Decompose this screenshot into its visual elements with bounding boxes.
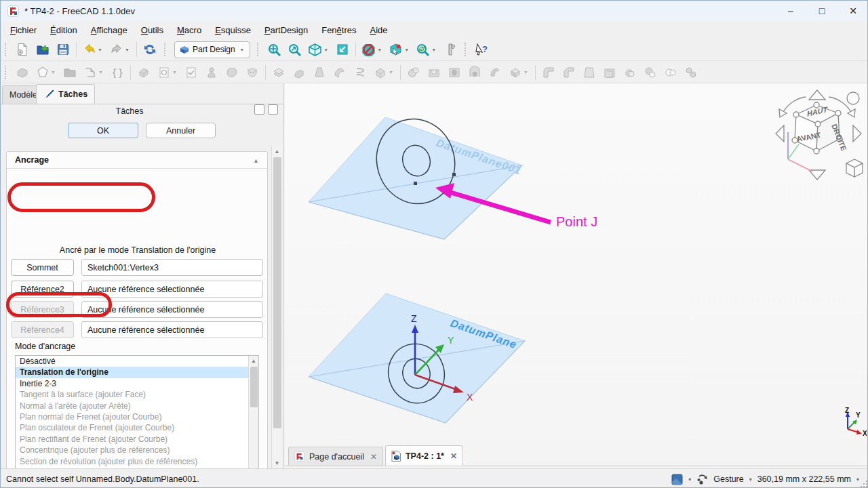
panel-dock-icon[interactable] <box>254 104 264 115</box>
navcube-arrow-left[interactable] <box>776 125 784 142</box>
reference1-field[interactable]: Sketch001:Vertex3 <box>81 259 263 276</box>
sync-view-button[interactable]: ▾ <box>413 40 440 59</box>
reference4-button: Référence4 <box>11 321 74 338</box>
close-button[interactable]: ✕ <box>837 1 868 21</box>
boolean-intersect-button <box>660 63 681 82</box>
zoom-fit-button[interactable] <box>264 40 285 59</box>
menu-fenetres[interactable]: Fenêtres <box>315 22 363 38</box>
additive-loft-button <box>309 63 330 82</box>
mode-list-scrollbar[interactable]: ▲ ▼ <box>248 356 258 468</box>
workbench-dropdown[interactable]: ▾ <box>239 47 245 53</box>
align-view-button[interactable] <box>332 40 353 59</box>
clipping-plane-button[interactable]: ▾ <box>386 40 413 59</box>
refresh-button[interactable] <box>140 40 160 59</box>
resize-grip[interactable] <box>861 481 867 487</box>
menu-affichage[interactable]: Affichage <box>84 22 134 38</box>
navcube-rotate-ccw-icon[interactable] <box>783 97 806 113</box>
navcube-circle-control[interactable] <box>847 92 859 104</box>
menu-aide[interactable]: Aide <box>363 22 395 38</box>
align-view-icon <box>336 43 349 56</box>
mode-item[interactable]: Inertie 2-3 <box>16 378 258 389</box>
refresh-icon <box>143 43 157 56</box>
svg-text:{ }: { } <box>113 67 123 78</box>
sketch-edge-point[interactable] <box>452 173 456 176</box>
redo-button[interactable]: ▾ <box>106 40 134 59</box>
chamfer-button <box>559 63 579 82</box>
zoom-selection-button[interactable] <box>285 40 305 59</box>
subtractive-loft-button <box>465 63 485 82</box>
stop-dropdown[interactable]: ▾ <box>376 47 383 53</box>
mode-item[interactable]: Translation de l'origine <box>16 367 258 378</box>
undo-button[interactable]: ▾ <box>79 40 106 59</box>
clipping-plane-icon <box>389 43 403 57</box>
toolbar-grip[interactable] <box>5 43 9 56</box>
navcube-arrow-up[interactable] <box>809 90 825 100</box>
menu-outils[interactable]: Outils <box>134 22 170 38</box>
scroll-up-icon[interactable]: ▲ <box>249 356 258 366</box>
render-style-dropdown[interactable]: ▾ <box>688 476 691 483</box>
view-dropdown[interactable]: ▾ <box>323 47 330 53</box>
new-file-button[interactable] <box>12 40 33 59</box>
toolbar-grip[interactable] <box>257 43 262 56</box>
menu-fichier[interactable]: Fichier <box>3 22 43 38</box>
mode-item[interactable]: Désactivé <box>16 356 258 367</box>
clipping-dropdown[interactable]: ▾ <box>403 47 410 53</box>
panel-float-icon[interactable] <box>268 104 278 115</box>
scrollbar-thumb[interactable] <box>273 157 281 428</box>
datum-plane-001[interactable]: DatumPlane001 <box>309 108 524 239</box>
navigation-cube[interactable]: HAUT AVANT DROITE <box>772 89 867 184</box>
panel-scrollbar[interactable]: ▲ ▼ <box>271 146 282 468</box>
navigation-style-label[interactable]: Gesture <box>713 474 743 484</box>
menu-esquisse[interactable]: Esquisse <box>208 22 258 38</box>
minimize-button[interactable]: – <box>775 1 806 21</box>
render-style-icon[interactable] <box>671 474 683 485</box>
reference1-button[interactable]: Sommet <box>11 259 74 276</box>
toolbar-grip[interactable] <box>465 43 469 56</box>
menu-macro[interactable]: Macro <box>170 22 208 38</box>
reference2-field[interactable]: Aucune référence sélectionnée <box>81 281 263 298</box>
scroll-up-icon[interactable]: ▲ <box>272 146 282 157</box>
workbench-selector[interactable]: Part Design ▾ <box>174 41 250 58</box>
attachment-status-text: Ancré par le mode Translation de l'origi… <box>7 245 269 255</box>
scroll-down-icon[interactable]: ▼ <box>272 458 282 468</box>
save-button[interactable] <box>53 40 73 59</box>
shape-binder-icon <box>225 66 239 79</box>
stop-navigation-button[interactable]: ▾ <box>359 40 386 59</box>
tab-document-tp42[interactable]: TP4-2 : 1* ✕ <box>385 445 463 466</box>
close-tab-icon[interactable]: ✕ <box>370 452 377 462</box>
map-sketch-button: ▾ <box>154 63 181 82</box>
whats-this-button[interactable]: ? <box>472 40 492 59</box>
attachment-mode-list[interactable]: Désactivé Translation de l'origine Inert… <box>15 355 259 468</box>
measure-button[interactable] <box>440 40 460 59</box>
menu-edition[interactable]: Édition <box>43 22 84 38</box>
3d-viewport[interactable]: DatumPlane001 Point J DatumPlane <box>285 83 868 468</box>
navcube-arrow-right[interactable] <box>853 125 861 142</box>
maximize-button[interactable]: □ <box>806 1 837 21</box>
attachment-mode-label: Mode d'ancrage <box>15 342 75 351</box>
cancel-button[interactable]: Annuler <box>146 123 216 138</box>
scrollbar-thumb[interactable] <box>250 367 258 407</box>
dimensions-dropdown[interactable]: ▾ <box>856 476 859 483</box>
collapse-icon[interactable]: ▲ <box>253 157 259 164</box>
document-icon <box>391 451 401 462</box>
tab-modele-label: Modèle <box>9 90 37 100</box>
sketch-vertex-point[interactable] <box>414 182 417 185</box>
sync-dropdown[interactable]: ▾ <box>431 47 437 53</box>
toolbar-grip[interactable] <box>5 66 9 79</box>
redo-dropdown[interactable]: ▾ <box>124 47 131 53</box>
open-file-button[interactable] <box>33 40 53 59</box>
zoom-fit-icon <box>267 43 281 57</box>
make-link-button: ▾ <box>80 63 107 82</box>
tab-taches[interactable]: Tâches <box>36 84 95 104</box>
toolbar-grip[interactable] <box>164 43 169 56</box>
tab-start-page[interactable]: Page d'accueil ✕ <box>288 447 383 466</box>
open-file-icon <box>36 43 50 56</box>
menu-partdesign[interactable]: PartDesign <box>258 22 315 38</box>
navcube-iso-cube-icon[interactable] <box>846 159 863 177</box>
navigation-style-dropdown[interactable]: ▾ <box>749 476 752 483</box>
undo-dropdown[interactable]: ▾ <box>97 47 104 53</box>
axonometric-view-button[interactable]: ▾ <box>305 40 332 59</box>
close-tab-icon[interactable]: ✕ <box>450 451 457 461</box>
ok-button[interactable]: OK <box>68 123 138 138</box>
freecad-logo-icon <box>7 5 19 17</box>
